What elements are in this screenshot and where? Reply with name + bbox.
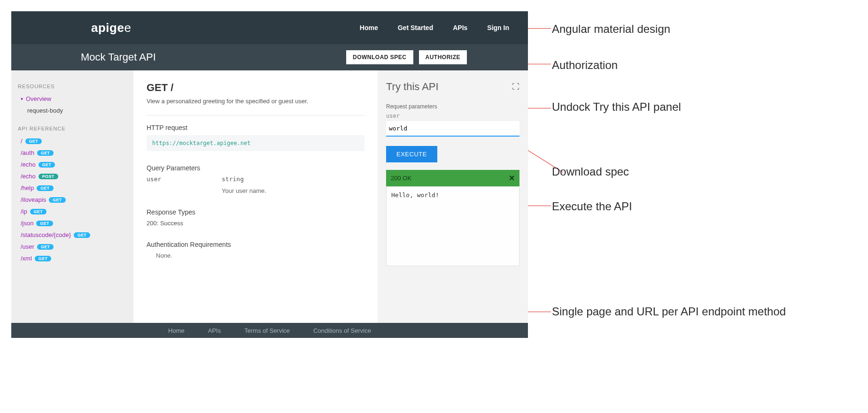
brand-light: e bbox=[124, 21, 131, 35]
method-badge: GET bbox=[39, 162, 55, 168]
auth-req-value: None. bbox=[147, 252, 364, 259]
method-badge: GET bbox=[36, 221, 53, 226]
nav-get-started[interactable]: Get Started bbox=[398, 24, 433, 31]
sidebar-item-label: Overview bbox=[26, 95, 51, 102]
execute-button[interactable]: EXECUTE bbox=[386, 146, 437, 162]
annotation-authorization: Authorization bbox=[552, 58, 834, 72]
try-panel: Try this API ⛶ Request parameters user E… bbox=[378, 70, 528, 323]
param-desc: Your user name. bbox=[147, 187, 364, 194]
user-input[interactable] bbox=[386, 121, 519, 137]
authorize-button[interactable]: AUTHORIZE bbox=[419, 50, 467, 64]
endpoint-path: /auth bbox=[21, 149, 34, 156]
sidebar-endpoint[interactable]: /helpGET bbox=[18, 182, 127, 194]
sidebar-endpoint[interactable]: /ipGET bbox=[18, 206, 127, 217]
endpoint-list: /GET/authGET/echoGET/echoPOST/helpGET/il… bbox=[18, 135, 127, 264]
endpoint-path: /statuscode/{code} bbox=[21, 231, 71, 238]
sidebar-endpoint[interactable]: /userGET bbox=[18, 241, 127, 252]
titlebar-buttons: DOWNLOAD SPEC AUTHORIZE bbox=[346, 50, 519, 64]
sidebar: RESOURCES ▾ Overview request-body API RE… bbox=[11, 70, 133, 323]
divider bbox=[147, 115, 364, 115]
sidebar-heading-resources: RESOURCES bbox=[18, 84, 127, 89]
annotation-single-page: Single page and URL per API endpoint met… bbox=[552, 304, 834, 319]
titlebar: Mock Target API DOWNLOAD SPEC AUTHORIZE bbox=[11, 44, 528, 70]
try-panel-title: Try this API bbox=[386, 81, 439, 93]
app-frame: apigee Home Get Started APIs Sign In Moc… bbox=[11, 11, 528, 338]
endpoint-description: View a personalized greeting for the spe… bbox=[147, 98, 364, 105]
nav-home[interactable]: Home bbox=[360, 24, 378, 31]
sidebar-endpoint[interactable]: /jsonGET bbox=[18, 217, 127, 229]
sidebar-endpoint[interactable]: /authGET bbox=[18, 147, 127, 159]
response-types-label: Response Types bbox=[147, 208, 364, 216]
sidebar-endpoint[interactable]: /echoGET bbox=[18, 159, 127, 170]
sidebar-endpoint[interactable]: /statuscode/{code}GET bbox=[18, 229, 127, 241]
top-nav: apigee Home Get Started APIs Sign In bbox=[11, 11, 528, 44]
response-body: Hello, world! bbox=[386, 186, 519, 266]
method-badge: GET bbox=[49, 197, 65, 203]
param-row: user string bbox=[147, 176, 364, 183]
query-params-label: Query Parameters bbox=[147, 164, 364, 172]
sidebar-item-overview[interactable]: ▾ Overview bbox=[18, 93, 127, 105]
endpoint-path: / bbox=[21, 138, 23, 145]
method-badge: GET bbox=[37, 185, 53, 191]
sidebar-endpoint[interactable]: /iloveapisGET bbox=[18, 194, 127, 206]
method-badge: GET bbox=[30, 209, 46, 214]
http-request-url: https://mocktarget.apigee.net bbox=[147, 135, 364, 151]
try-panel-header: Try this API ⛶ bbox=[386, 81, 519, 93]
main-area: RESOURCES ▾ Overview request-body API RE… bbox=[11, 70, 528, 323]
endpoint-path: /xml bbox=[21, 255, 32, 262]
annotation-undock: Undock Try this API panel bbox=[552, 99, 834, 114]
sidebar-item-label: request-body bbox=[27, 107, 63, 114]
sidebar-endpoint[interactable]: /echoPOST bbox=[18, 170, 127, 182]
endpoint-path: /echo bbox=[21, 161, 36, 168]
response-status: 200 OK ✕ bbox=[386, 170, 519, 186]
request-params-label: Request parameters bbox=[386, 103, 519, 110]
footer-cos[interactable]: Conditions of Service bbox=[313, 327, 371, 334]
auth-req-label: Authentication Requirements bbox=[147, 241, 364, 248]
footer-apis[interactable]: APIs bbox=[208, 327, 221, 334]
sidebar-endpoint[interactable]: /xmlGET bbox=[18, 252, 127, 264]
sidebar-item-request-body[interactable]: request-body bbox=[18, 105, 127, 116]
method-badge: POST bbox=[39, 174, 58, 179]
close-icon[interactable]: ✕ bbox=[509, 174, 515, 183]
param-label: user bbox=[386, 113, 519, 119]
method-badge: GET bbox=[25, 138, 42, 144]
method-badge: GET bbox=[35, 256, 51, 261]
sidebar-endpoint[interactable]: /GET bbox=[18, 135, 127, 147]
http-request-label: HTTP request bbox=[147, 124, 364, 131]
nav-apis[interactable]: APIs bbox=[453, 24, 467, 31]
api-title: Mock Target API bbox=[81, 51, 156, 63]
caret-icon: ▾ bbox=[21, 96, 23, 101]
endpoint-title: GET / bbox=[147, 82, 364, 94]
annotation-download-spec: Download spec bbox=[552, 164, 834, 179]
status-text: 200 OK bbox=[391, 175, 411, 182]
footer-tos[interactable]: Terms of Service bbox=[244, 327, 290, 334]
annotation-execute: Execute the API bbox=[552, 199, 834, 214]
endpoint-path: /help bbox=[21, 184, 34, 191]
sidebar-heading-apiref: API REFERENCE bbox=[18, 126, 127, 131]
endpoint-path: /echo bbox=[21, 173, 36, 180]
endpoint-path: /ip bbox=[21, 208, 27, 215]
undock-icon[interactable]: ⛶ bbox=[512, 83, 519, 91]
param-type: string bbox=[222, 176, 244, 183]
endpoint-path: /iloveapis bbox=[21, 196, 46, 203]
param-name: user bbox=[147, 176, 175, 183]
method-badge: GET bbox=[74, 232, 90, 238]
method-badge: GET bbox=[37, 244, 54, 250]
download-spec-button[interactable]: DOWNLOAD SPEC bbox=[346, 50, 413, 64]
footer-home[interactable]: Home bbox=[168, 327, 185, 334]
annotation-angular: Angular material design bbox=[552, 22, 834, 36]
footer: Home APIs Terms of Service Conditions of… bbox=[11, 323, 528, 338]
top-nav-links: Home Get Started APIs Sign In bbox=[360, 24, 509, 31]
response-types-value: 200: Success bbox=[147, 220, 364, 227]
content: GET / View a personalized greeting for t… bbox=[133, 70, 378, 323]
nav-signin[interactable]: Sign In bbox=[487, 24, 509, 31]
endpoint-path: /json bbox=[21, 220, 33, 227]
brand-logo[interactable]: apigee bbox=[91, 21, 131, 35]
endpoint-path: /user bbox=[21, 243, 34, 250]
brand-bold: apige bbox=[91, 21, 124, 35]
method-badge: GET bbox=[37, 150, 54, 156]
